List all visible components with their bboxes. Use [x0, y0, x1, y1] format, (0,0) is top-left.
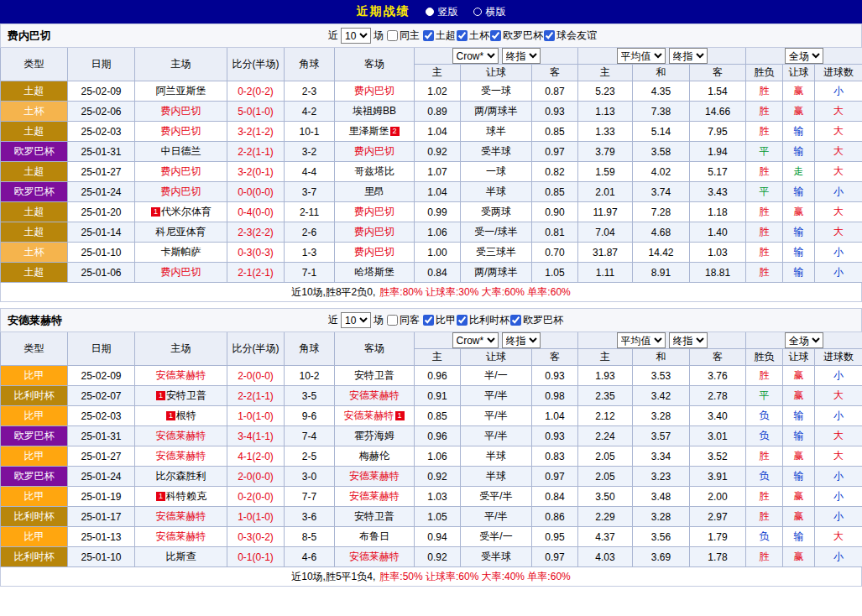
match-count-select[interactable]: 10	[341, 28, 371, 44]
team-link[interactable]: 霍芬海姆	[354, 430, 394, 441]
avg-stage-select[interactable]: 终指	[669, 48, 708, 64]
team-link[interactable]: 比斯查	[166, 551, 196, 562]
team-link[interactable]: 费内巴切	[354, 145, 394, 157]
away-team-cell: 费内巴切	[335, 202, 415, 222]
league-filter[interactable]: 比甲	[422, 313, 456, 327]
match-count-select[interactable]: 10	[341, 312, 371, 328]
result-cell: 胜	[746, 122, 783, 142]
scope-select[interactable]: 全场	[785, 48, 823, 64]
team-link[interactable]: 费内巴切	[161, 165, 201, 177]
handicap-away-odds: 0.81	[532, 222, 578, 243]
team-link[interactable]: 根特	[176, 410, 196, 421]
layout-vertical-label: 竖版	[438, 5, 458, 19]
team-link[interactable]: 埃祖姆BB	[353, 105, 396, 117]
layout-radio-vertical[interactable]: 竖版	[426, 5, 458, 19]
league-filter[interactable]: 土超	[422, 29, 456, 43]
league-filter[interactable]: 土杯	[456, 29, 489, 43]
odds-stage-select[interactable]: 终指	[502, 332, 541, 348]
red-card-badge: 1	[151, 207, 160, 217]
team-link[interactable]: 安德莱赫特	[156, 530, 206, 542]
team-link[interactable]: 里泽斯堡	[349, 125, 389, 137]
team-link[interactable]: 费内巴切	[354, 85, 394, 97]
match-date: 25-01-24	[68, 467, 135, 487]
away-team-cell: 费内巴切	[335, 142, 415, 162]
odds-company-select[interactable]: Crow*	[452, 332, 499, 348]
red-card-badge: 1	[156, 391, 165, 400]
avg-away-odds: 1.54	[690, 81, 746, 102]
team-link[interactable]: 安德莱赫特	[349, 490, 400, 502]
same-venue-checkbox[interactable]	[387, 30, 398, 41]
sub-home: 主	[415, 349, 461, 366]
team-link[interactable]: 费内巴切	[354, 246, 394, 258]
handicap-line: 半球	[461, 182, 532, 202]
team-link[interactable]: 科尼亚体育	[156, 226, 206, 238]
team-link[interactable]: 阿兰亚斯堡	[156, 85, 206, 97]
average-group-header: 平均值终指	[578, 332, 746, 349]
team-link[interactable]: 费内巴切	[161, 125, 201, 137]
team-link[interactable]: 费内巴切	[161, 185, 201, 197]
team-link[interactable]: 费内巴切	[161, 105, 201, 117]
odds-stage-select[interactable]: 终指	[502, 48, 541, 64]
league-type-cell: 土杯	[1, 243, 68, 263]
team-link[interactable]: 费内巴切	[354, 226, 394, 238]
team-title: 安德莱赫特	[8, 313, 62, 328]
section-header: 安德莱赫特 近 10 场 同客 比甲比利时杯欧罗巴杯	[0, 308, 862, 332]
col-home: 主场	[135, 332, 227, 366]
avg-select[interactable]: 平均值	[617, 332, 666, 348]
team-link[interactable]: 费内巴切	[161, 266, 201, 278]
team-link[interactable]: 梅赫伦	[359, 450, 389, 462]
team-link[interactable]: 科特赖克	[166, 490, 206, 502]
team-link[interactable]: 安德莱赫特	[156, 430, 206, 441]
radio-icon[interactable]	[426, 8, 434, 16]
same-venue-filter[interactable]: 同客	[386, 313, 420, 327]
team-link[interactable]: 安特卫普	[354, 369, 394, 381]
same-venue-filter[interactable]: 同主	[386, 29, 420, 43]
league-checkbox[interactable]	[457, 30, 468, 41]
league-checkbox[interactable]	[510, 315, 521, 326]
team-link[interactable]: 安德莱赫特	[349, 470, 400, 482]
goals-result-cell: 大	[815, 122, 862, 142]
avg-away-odds: 1.03	[690, 243, 746, 263]
match-row: 欧罗巴杯 25-01-24 费内巴切 0-0(0-0) 3-7 里昂 1.04 …	[1, 182, 862, 202]
team-link[interactable]: 代米尔体育	[161, 206, 212, 217]
handicap-home-odds: 0.96	[415, 366, 461, 386]
radio-icon[interactable]	[473, 8, 482, 16]
team-link[interactable]: 卡斯帕萨	[161, 246, 201, 258]
team-link[interactable]: 安德莱赫特	[156, 369, 206, 381]
layout-radio-horizontal[interactable]: 横版	[473, 5, 506, 19]
avg-select[interactable]: 平均值	[617, 48, 666, 64]
team-link[interactable]: 比尔森胜利	[156, 470, 206, 482]
sub-home: 主	[415, 65, 461, 81]
league-checkbox[interactable]	[423, 30, 434, 41]
result-cell: 胜	[746, 366, 783, 386]
team-link[interactable]: 布鲁日	[359, 530, 389, 542]
league-checkbox[interactable]	[544, 30, 555, 41]
sub-handicap: 让球	[461, 349, 532, 366]
team-link[interactable]: 安德莱赫特	[344, 410, 394, 421]
team-link[interactable]: 安德莱赫特	[156, 450, 206, 462]
team-link[interactable]: 安特卫普	[354, 510, 394, 522]
record-summary: 近10场,胜5平1负4,	[291, 570, 375, 584]
league-filter[interactable]: 欧罗巴杯	[489, 29, 543, 43]
team-link[interactable]: 安德莱赫特	[349, 551, 400, 562]
avg-stage-select[interactable]: 终指	[669, 332, 708, 348]
league-checkbox[interactable]	[423, 315, 434, 326]
league-checkbox[interactable]	[490, 30, 501, 41]
league-filter[interactable]: 比利时杯	[456, 313, 509, 327]
team-link[interactable]: 中日德兰	[161, 145, 201, 157]
odds-company-select[interactable]: Crow*	[452, 48, 499, 64]
team-link[interactable]: 费内巴切	[354, 206, 394, 217]
league-checkbox[interactable]	[457, 315, 468, 326]
match-row: 土杯 25-01-10 卡斯帕萨 0-3(0-3) 1-3 费内巴切 1.00 …	[1, 243, 862, 263]
team-link[interactable]: 里昂	[364, 185, 384, 197]
team-link[interactable]: 安德莱赫特	[156, 510, 206, 522]
league-filter[interactable]: 球会友谊	[543, 29, 597, 43]
team-link[interactable]: 哥兹塔比	[354, 165, 394, 177]
team-link[interactable]: 安德莱赫特	[349, 389, 400, 401]
team-link[interactable]: 哈塔斯堡	[354, 266, 394, 278]
league-filter[interactable]: 欧罗巴杯	[509, 313, 563, 327]
avg-draw-odds: 5.14	[633, 122, 690, 142]
scope-select[interactable]: 全场	[785, 332, 823, 348]
same-venue-checkbox[interactable]	[387, 315, 398, 326]
team-link[interactable]: 安特卫普	[166, 389, 206, 401]
